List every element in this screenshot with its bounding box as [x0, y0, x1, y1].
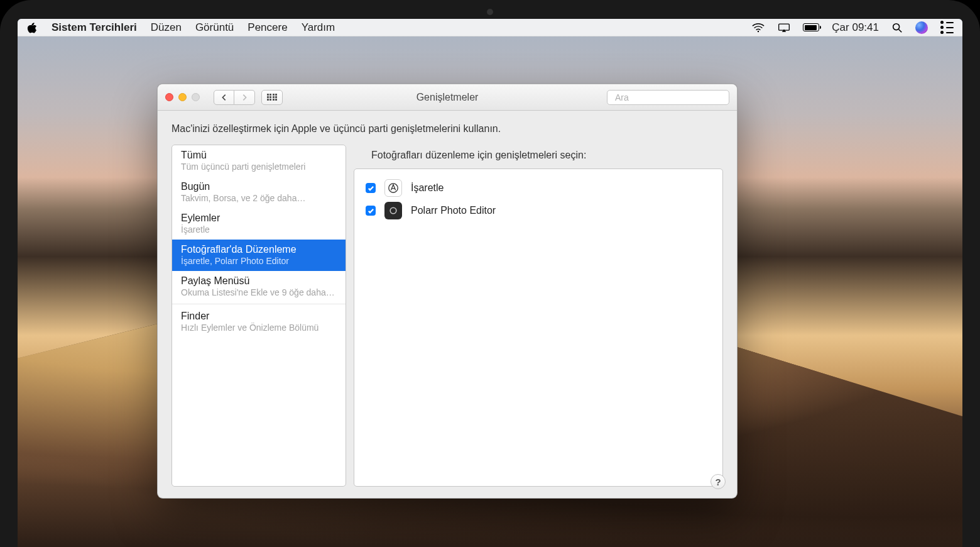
check-icon — [368, 185, 374, 192]
category-title: Tümü — [181, 150, 337, 161]
menu-bar-left: Sistem Tercihleri Düzen Görüntü Pencere … — [26, 21, 335, 34]
back-button[interactable] — [214, 90, 234, 105]
laptop-frame: Sistem Tercihleri Düzen Görüntü Pencere … — [0, 0, 980, 547]
svg-point-0 — [758, 30, 759, 31]
checkbox-polarr[interactable] — [366, 206, 376, 216]
traffic-lights — [165, 93, 200, 101]
zoom-button — [192, 93, 200, 101]
forward-button — [234, 90, 255, 105]
svg-point-5 — [390, 207, 396, 214]
menu-item-edit[interactable]: Düzen — [151, 21, 182, 34]
app-name-menu[interactable]: Sistem Tercihleri — [52, 21, 137, 34]
close-button[interactable] — [165, 93, 173, 101]
extension-row-polarr: Polarr Photo Editor — [366, 199, 711, 222]
category-subtitle: İşaretle, Polarr Photo Editor — [181, 256, 337, 266]
category-title: Bugün — [181, 181, 337, 192]
category-title: Fotoğraflar'da Düzenleme — [181, 244, 337, 255]
notification-center-icon[interactable] — [940, 21, 954, 34]
search-field[interactable] — [607, 90, 729, 105]
polarr-icon — [384, 202, 402, 219]
apple-menu-icon[interactable] — [26, 22, 38, 33]
menu-item-help[interactable]: Yardım — [302, 21, 335, 34]
category-photos-editing[interactable]: Fotoğraflar'da Düzenleme İşaretle, Polar… — [172, 240, 346, 271]
category-finder[interactable]: Finder Hızlı Eylemler ve Önizleme Bölümü — [172, 304, 346, 338]
siri-icon[interactable] — [915, 21, 928, 34]
menu-item-view[interactable]: Görüntü — [195, 21, 234, 34]
extension-list: İşaretle Polarr Photo Editor — [354, 169, 723, 487]
window-title: Genişletmeler — [416, 92, 479, 103]
category-today[interactable]: Bugün Takvim, Borsa, ve 2 öğe daha… — [172, 177, 346, 208]
help-button[interactable]: ? — [710, 474, 726, 489]
detail-panel: Fotoğrafları düzenleme için genişletmele… — [354, 145, 723, 487]
category-subtitle: Tüm üçüncü parti genişletmeleri — [181, 162, 337, 172]
menu-item-window[interactable]: Pencere — [248, 21, 287, 34]
category-share-menu[interactable]: Paylaş Menüsü Okuma Listesi'ne Ekle ve 9… — [172, 271, 346, 302]
extension-row-markup: İşaretle — [366, 177, 711, 199]
detail-heading: Fotoğrafları düzenleme için genişletmele… — [371, 150, 723, 161]
markup-icon — [384, 179, 402, 197]
category-title: Paylaş Menüsü — [181, 275, 337, 287]
panels: Tümü Tüm üçüncü parti genişletmeleri Bug… — [172, 145, 723, 487]
wifi-icon[interactable] — [751, 23, 765, 33]
category-title: Eylemler — [181, 213, 337, 224]
category-all[interactable]: Tümü Tüm üçüncü parti genişletmeleri — [172, 145, 346, 177]
window-titlebar[interactable]: Genişletmeler — [158, 84, 737, 111]
extension-label: Polarr Photo Editor — [411, 205, 496, 216]
description-text: Mac'inizi özelleştirmek için Apple ve üç… — [172, 123, 723, 135]
category-title: Finder — [181, 311, 337, 322]
menu-bar-clock[interactable]: Çar 09:41 — [832, 21, 879, 34]
nav-back-forward — [214, 90, 255, 105]
screen: Sistem Tercihleri Düzen Görüntü Pencere … — [18, 19, 962, 547]
check-icon — [368, 207, 374, 214]
checkbox-markup[interactable] — [366, 183, 376, 193]
category-subtitle: Okuma Listesi'ne Ekle ve 9 öğe daha… — [181, 287, 337, 297]
menu-bar-right: Çar 09:41 — [751, 21, 954, 34]
camera-dot — [487, 9, 493, 15]
category-actions[interactable]: Eylemler İşaretle — [172, 208, 346, 240]
svg-point-2 — [893, 23, 900, 30]
preferences-window: Genişletmeler Mac'inizi özelleştirmek iç… — [157, 84, 738, 499]
battery-icon[interactable] — [803, 23, 819, 31]
extension-label: İşaretle — [411, 182, 444, 194]
show-all-button[interactable] — [261, 90, 283, 105]
minimize-button[interactable] — [178, 93, 187, 101]
menu-bar: Sistem Tercihleri Düzen Görüntü Pencere … — [18, 19, 962, 36]
search-input[interactable] — [615, 92, 725, 102]
airplay-icon[interactable] — [778, 23, 790, 33]
category-subtitle: Hızlı Eylemler ve Önizleme Bölümü — [181, 323, 337, 333]
window-body: Mac'inizi özelleştirmek için Apple ve üç… — [158, 111, 737, 498]
category-subtitle: Takvim, Borsa, ve 2 öğe daha… — [181, 193, 337, 203]
spotlight-icon[interactable] — [891, 22, 903, 33]
category-subtitle: İşaretle — [181, 224, 337, 235]
category-list: Tümü Tüm üçüncü parti genişletmeleri Bug… — [172, 145, 346, 487]
